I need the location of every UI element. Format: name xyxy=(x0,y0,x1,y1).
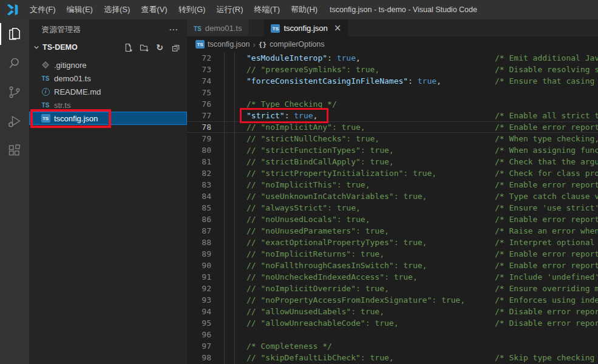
line-number: 91 xyxy=(187,271,211,283)
menu-item-3[interactable]: 查看(V) xyxy=(135,0,172,19)
menu-item-0[interactable]: 文件(F) xyxy=(24,0,61,19)
breadcrumb-item[interactable]: tsconfig.json xyxy=(208,40,250,49)
inline-comment: /* Interpret optional property types as … xyxy=(495,237,598,248)
breadcrumb-item[interactable]: compilerOptions xyxy=(270,40,324,49)
code-line-96[interactable]: 96 xyxy=(187,329,598,340)
line-number: 72 xyxy=(187,52,211,64)
code-line-87[interactable]: 87// "noUnusedParameters": true,/* Raise… xyxy=(187,225,598,237)
code-line-97[interactable]: 97/* Completeness */ xyxy=(187,340,598,352)
editor-code-area[interactable]: 72"esModuleInterop": true,/* Emit additi… xyxy=(187,52,598,364)
line-number: 94 xyxy=(187,306,211,317)
code-line-77[interactable]: 77"strict": true,/* Enable all strict ty… xyxy=(187,110,598,121)
code-text: // "alwaysStrict": true, xyxy=(246,202,361,214)
menu-item-2[interactable]: 选择(S) xyxy=(98,0,135,19)
code-line-79[interactable]: 79// "strictNullChecks": true,/* When ty… xyxy=(187,133,598,144)
code-text: // "preserveSymlinks": true, xyxy=(246,64,379,75)
collapse-all-icon[interactable] xyxy=(170,42,181,53)
tab-demo01-ts[interactable]: TSdemo01.ts xyxy=(187,19,248,36)
file-item--gitignore[interactable]: .gitignore xyxy=(29,58,187,72)
code-text: "forceConsistentCasingInFileNames": true… xyxy=(246,75,441,87)
explorer-sidebar: 资源管理器 ⋯ TS-DEMO ↻ .gitignoreTSdemo01.tsi… xyxy=(29,19,187,364)
activity-source-control-icon[interactable] xyxy=(0,78,29,107)
file-name: str.ts xyxy=(54,101,70,110)
tab-label: tsconfig.json xyxy=(284,24,327,33)
file-item-readme-md[interactable]: iREADME.md xyxy=(29,85,187,98)
braces-icon: {} xyxy=(259,41,267,49)
tab-label: demo01.ts xyxy=(205,24,242,33)
new-folder-icon[interactable] xyxy=(138,42,149,53)
code-line-72[interactable]: 72"esModuleInterop": true,/* Emit additi… xyxy=(187,52,598,64)
sidebar-folder-ts-demo[interactable]: TS-DEMO ↻ xyxy=(29,40,187,55)
code-line-86[interactable]: 86// "noUnusedLocals": true,/* Enable er… xyxy=(187,214,598,225)
inline-comment: /* Enable error reporting for fallthroug… xyxy=(495,260,598,271)
code-line-84[interactable]: 84// "useUnknownInCatchVariables": true,… xyxy=(187,190,598,202)
line-number: 74 xyxy=(187,75,211,87)
menu-item-6[interactable]: 终端(T) xyxy=(248,0,285,19)
code-line-95[interactable]: 95// "allowUnreachableCode": true,/* Dis… xyxy=(187,317,598,329)
code-line-91[interactable]: 91// "noUncheckedIndexedAccess": true,/*… xyxy=(187,271,598,283)
code-line-81[interactable]: 81// "strictBindCallApply": true,/* Chec… xyxy=(187,156,598,167)
code-line-75[interactable]: 75 xyxy=(187,87,598,98)
inline-comment: /* Ensure overriding members in derived … xyxy=(495,283,598,294)
line-number: 97 xyxy=(187,340,211,352)
code-line-92[interactable]: 92// "noImplicitOverride": true,/* Ensur… xyxy=(187,283,598,294)
code-text: // "noUncheckedIndexedAccess": true, xyxy=(246,271,418,283)
tab-tsconfig-json[interactable]: TStsconfig.json× xyxy=(264,19,348,36)
menu-item-1[interactable]: 编辑(E) xyxy=(61,0,98,19)
inline-comment: /* Check that the arguments for 'bind', … xyxy=(495,156,598,167)
new-file-icon[interactable] xyxy=(123,42,134,53)
ts-icon: TS xyxy=(40,102,51,109)
line-number: 80 xyxy=(187,144,211,156)
tab-bar: TSdemo01.tsTStsconfig.json× xyxy=(187,19,598,36)
activity-run-debug-icon[interactable] xyxy=(0,107,29,136)
file-item-demo01-ts[interactable]: TSdemo01.ts xyxy=(29,72,187,85)
breadcrumb[interactable]: TStsconfig.json›{}compilerOptions xyxy=(187,36,598,52)
code-line-78[interactable]: 78// "noImplicitAny": true,/* Enable err… xyxy=(187,121,598,133)
code-line-98[interactable]: 98// "skipDefaultLibCheck": true,/* Skip… xyxy=(187,352,598,363)
folder-name: TS-DEMO xyxy=(42,43,78,52)
menu-item-5[interactable]: 运行(R) xyxy=(211,0,248,19)
code-line-94[interactable]: 94// "allowUnusedLabels": true,/* Disabl… xyxy=(187,306,598,317)
line-number: 90 xyxy=(187,260,211,271)
refresh-icon[interactable]: ↻ xyxy=(154,42,165,53)
inline-comment: /* Type catch clause variables as 'unkno… xyxy=(495,190,598,202)
code-text: // "strictNullChecks": true, xyxy=(246,133,379,144)
inline-comment: /* Ensure 'use strict' is always emitted… xyxy=(495,202,598,214)
line-number: 96 xyxy=(187,329,211,340)
menu-item-7[interactable]: 帮助(H) xyxy=(285,0,323,19)
code-line-82[interactable]: 82// "strictPropertyInitialization": tru… xyxy=(187,167,598,179)
activity-explorer-icon[interactable] xyxy=(0,19,29,49)
more-actions-icon[interactable]: ⋯ xyxy=(169,24,178,35)
code-text: "esModuleInterop": true, xyxy=(246,52,361,64)
menu-item-4[interactable]: 转到(G) xyxy=(173,0,211,19)
code-line-74[interactable]: 74"forceConsistentCasingInFileNames": tr… xyxy=(187,75,598,87)
activity-bar xyxy=(0,19,29,364)
code-line-73[interactable]: 73// "preserveSymlinks": true,/* Disable… xyxy=(187,64,598,75)
code-line-80[interactable]: 80// "strictFunctionTypes": true,/* When… xyxy=(187,144,598,156)
line-number: 82 xyxy=(187,167,211,179)
file-item-str-ts[interactable]: TSstr.ts xyxy=(29,98,187,112)
code-line-90[interactable]: 90// "noFallthroughCasesInSwitch": true,… xyxy=(187,260,598,271)
inline-comment: /* Disable error reporting for unreachab… xyxy=(495,317,598,329)
code-line-88[interactable]: 88// "exactOptionalPropertyTypes": true,… xyxy=(187,237,598,248)
file-list: .gitignoreTSdemo01.tsiREADME.mdTSstr.tsT… xyxy=(29,58,187,125)
code-line-76[interactable]: 76/* Type Checking */ xyxy=(187,98,598,110)
code-line-89[interactable]: 89// "noImplicitReturns": true,/* Enable… xyxy=(187,248,598,260)
line-number: 88 xyxy=(187,237,211,248)
code-text: /* Type Checking */ xyxy=(246,98,337,110)
code-line-93[interactable]: 93// "noPropertyAccessFromIndexSignature… xyxy=(187,294,598,306)
code-text: // "noPropertyAccessFromIndexSignature":… xyxy=(246,294,465,306)
file-item-tsconfig-json[interactable]: TStsconfig.json xyxy=(29,112,187,125)
close-icon[interactable]: × xyxy=(334,24,342,33)
code-line-83[interactable]: 83// "noImplicitThis": true,/* Enable er… xyxy=(187,179,598,190)
line-number: 78 xyxy=(187,121,211,133)
ts-badge-icon: TS xyxy=(40,114,51,123)
code-text: // "noUnusedParameters": true, xyxy=(246,225,389,237)
code-text: // "noImplicitAny": true, xyxy=(246,121,365,133)
chevron-down-icon xyxy=(32,44,41,50)
inline-comment: /* Skip type checking .d.ts files that a… xyxy=(495,352,598,363)
activity-search-icon[interactable] xyxy=(0,49,29,78)
activity-extensions-icon[interactable] xyxy=(0,136,29,165)
code-line-85[interactable]: 85// "alwaysStrict": true,/* Ensure 'use… xyxy=(187,202,598,214)
editor-group: TSdemo01.tsTStsconfig.json× TStsconfig.j… xyxy=(187,19,598,364)
